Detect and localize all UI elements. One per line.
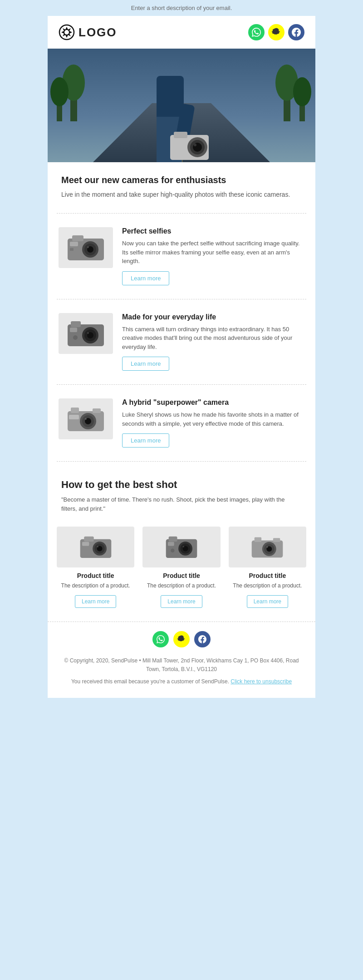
best-shot-section: How to get the best shot "Become a maste… — [48, 466, 315, 517]
svg-rect-60 — [168, 542, 174, 546]
unsubscribe-link[interactable]: Click here to unsubscribe — [231, 678, 292, 685]
product-2-title: Made for your everyday life — [122, 313, 304, 321]
svg-rect-24 — [72, 235, 83, 241]
footer-facebook-btn[interactable] — [194, 631, 211, 647]
preheader: Enter a short description of your email. — [0, 0, 363, 16]
camera-1-svg — [65, 232, 106, 264]
product-1-desc: Now you can take the perfect selfie with… — [122, 239, 304, 266]
email-header: LOGO — [48, 16, 315, 49]
grid-product-1-cta[interactable]: Learn more — [75, 595, 116, 608]
intro-heading: Meet our new cameras for enthusiasts — [61, 175, 302, 185]
svg-rect-40 — [71, 408, 79, 413]
svg-rect-37 — [70, 328, 77, 332]
intro-section: Meet our new cameras for enthusiasts Liv… — [48, 162, 315, 209]
grid-product-2-title: Product title — [142, 572, 220, 579]
product-row-1: Perfect selfies Now you can take the per… — [48, 218, 315, 294]
header-snapchat-btn[interactable] — [268, 24, 285, 40]
unsubscribe-static-text: You received this email because you're a… — [71, 678, 229, 685]
footer-copyright: © Copyright, 2020, SendPulse • Mill Mall… — [61, 657, 302, 694]
logo-icon — [59, 24, 75, 40]
grid-product-3-image — [229, 527, 306, 567]
svg-point-8 — [50, 77, 69, 106]
svg-point-22 — [194, 144, 196, 146]
svg-rect-32 — [71, 321, 81, 327]
svg-point-12 — [293, 77, 311, 106]
logo-text: LOGO — [78, 25, 117, 40]
svg-point-59 — [183, 546, 184, 547]
grid-camera-1-svg — [78, 533, 114, 561]
best-shot-heading: How to get the best shot — [61, 479, 302, 491]
product-3-image — [59, 398, 113, 439]
grid-product-2-image — [142, 527, 220, 567]
svg-rect-18 — [174, 132, 187, 138]
svg-point-61 — [171, 548, 175, 552]
copyright-text: © Copyright, 2020, SendPulse • Mill Mall… — [61, 657, 302, 674]
product-3-title: A hybrid "superpower" camera — [122, 398, 304, 407]
divider-3 — [57, 384, 306, 385]
divider-1 — [57, 213, 306, 214]
product-3-cta[interactable]: Learn more — [122, 433, 169, 448]
product-2-desc: This camera will turn ordinary things in… — [122, 325, 304, 352]
svg-rect-29 — [70, 242, 78, 246]
svg-point-38 — [73, 335, 78, 340]
divider-4 — [57, 461, 306, 462]
preheader-text: Enter a short description of your email. — [131, 5, 232, 11]
svg-rect-48 — [84, 537, 93, 542]
grid-product-2-desc: The description of a product. — [142, 582, 220, 590]
grid-product-3-title: Product title — [229, 572, 306, 579]
svg-rect-30 — [70, 248, 74, 251]
grid-product-3-cta[interactable]: Learn more — [247, 595, 288, 608]
grid-product-1-image — [57, 527, 134, 567]
svg-point-1 — [64, 30, 69, 35]
product-1-cta[interactable]: Learn more — [122, 271, 169, 285]
svg-rect-41 — [93, 408, 101, 413]
grid-camera-2-svg — [163, 533, 200, 561]
header-facebook-btn[interactable] — [288, 24, 304, 40]
camera-3-svg — [65, 403, 106, 435]
svg-rect-14 — [157, 117, 169, 162]
hero-svg — [48, 49, 315, 162]
grid-product-3: Product title The description of a produ… — [229, 527, 306, 608]
product-1-image — [59, 227, 113, 268]
footer-social-icons — [61, 631, 302, 647]
grid-product-3-desc: The description of a product. — [229, 582, 306, 590]
svg-rect-53 — [82, 542, 89, 546]
svg-point-45 — [85, 418, 87, 420]
product-2-image — [59, 313, 113, 354]
grid-product-1-desc: The description of a product. — [57, 582, 134, 590]
grid-product-2-cta[interactable]: Learn more — [161, 595, 202, 608]
footer-unsubscribe-text: You received this email because you're a… — [61, 677, 302, 686]
product-1-title: Perfect selfies — [122, 227, 304, 235]
product-row-3: A hybrid "superpower" camera Luke Sheryl… — [48, 389, 315, 457]
header-whatsapp-btn[interactable] — [248, 24, 265, 40]
camera-2-svg — [65, 318, 106, 349]
header-social-icons — [248, 24, 304, 40]
grid-product-1-title: Product title — [57, 572, 134, 579]
svg-point-52 — [97, 546, 98, 547]
product-3-desc: Luke Sheryl shows us how he made his fav… — [122, 410, 304, 428]
logo-area: LOGO — [59, 24, 117, 40]
svg-point-28 — [87, 246, 89, 248]
divider-2 — [57, 299, 306, 299]
svg-point-36 — [87, 332, 89, 334]
intro-body: Live in the moment and take super high-q… — [61, 190, 302, 199]
footer-whatsapp-btn[interactable] — [152, 631, 169, 647]
svg-rect-55 — [169, 537, 177, 542]
svg-rect-46 — [69, 415, 79, 419]
hero-image — [48, 49, 315, 162]
product-row-2: Made for your everyday life This camera … — [48, 304, 315, 380]
footer-snapchat-btn[interactable] — [173, 631, 190, 647]
product-3-content: A hybrid "superpower" camera Luke Sheryl… — [122, 398, 304, 448]
email-container: LOGO — [48, 16, 315, 698]
email-footer: © Copyright, 2020, SendPulse • Mill Mall… — [48, 622, 315, 698]
svg-rect-64 — [273, 538, 280, 542]
svg-point-68 — [267, 546, 268, 547]
product-grid: Product title The description of a produ… — [48, 517, 315, 622]
product-2-cta[interactable]: Learn more — [122, 357, 169, 371]
product-1-content: Perfect selfies Now you can take the per… — [122, 227, 304, 285]
svg-rect-63 — [255, 537, 261, 542]
grid-camera-3-svg — [249, 533, 285, 561]
product-2-content: Made for your everyday life This camera … — [122, 313, 304, 371]
grid-product-1: Product title The description of a produ… — [57, 527, 134, 608]
best-shot-quote: "Become a master of time. There's no rus… — [61, 495, 302, 513]
